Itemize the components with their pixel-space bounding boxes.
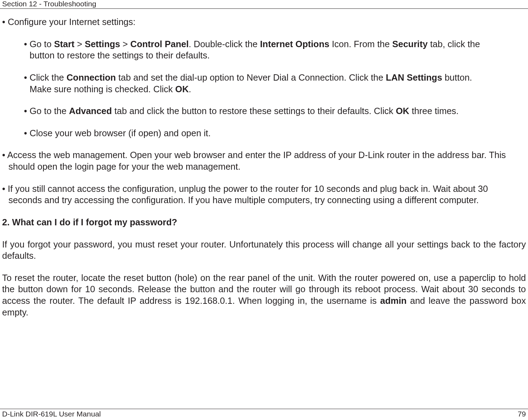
paragraph: To reset the router, locate the reset bu… bbox=[2, 272, 526, 318]
text: > bbox=[75, 39, 85, 49]
bullet-level1-cont: should open the login page for your the … bbox=[2, 161, 526, 173]
bold: OK bbox=[396, 106, 409, 116]
bullet-level2-cont: button to restore the settings to their … bbox=[2, 50, 526, 61]
bullet-level1-cont: seconds and try accessing the configurat… bbox=[2, 194, 526, 206]
text: . Double-click the bbox=[189, 39, 260, 49]
bold: LAN Settings bbox=[386, 73, 442, 82]
bullet-level2: • Click the Connection tab and set the d… bbox=[2, 72, 526, 83]
paragraph: If you forgot your password, you must re… bbox=[2, 239, 526, 262]
header-rule bbox=[0, 8, 528, 9]
text: > bbox=[120, 39, 130, 49]
footer-manual-name: D-Link DIR-619L User Manual bbox=[2, 409, 101, 419]
bold: Internet Options bbox=[260, 39, 329, 49]
bold: OK bbox=[175, 84, 189, 94]
bold: Settings bbox=[85, 39, 120, 49]
text: three times. bbox=[409, 106, 459, 116]
body-text: • Configure your Internet settings: • Go… bbox=[0, 16, 528, 393]
question-heading: 2. What can I do if I forgot my password… bbox=[2, 217, 526, 228]
page: Section 12 - Troubleshooting • Configure… bbox=[0, 0, 528, 420]
page-number: 79 bbox=[518, 409, 526, 419]
text: • Go to bbox=[24, 39, 54, 49]
text: Icon. From the bbox=[329, 39, 392, 49]
bullet-level2: • Close your web browser (if open) and o… bbox=[2, 127, 526, 139]
text: tab and click the button to restore thes… bbox=[112, 106, 396, 116]
text: tab, click the bbox=[428, 39, 480, 49]
bold: Advanced bbox=[69, 106, 112, 116]
text: tab and set the dial-up option to Never … bbox=[116, 73, 386, 82]
bullet-level1: • Configure your Internet settings: bbox=[2, 16, 526, 28]
bold: Security bbox=[392, 39, 428, 49]
text: • Click the bbox=[24, 73, 67, 82]
bold: Start bbox=[54, 39, 74, 49]
bold: Connection bbox=[67, 73, 116, 82]
bullet-level2: • Go to the Advanced tab and click the b… bbox=[2, 105, 526, 117]
bold: admin bbox=[380, 296, 407, 306]
bullet-level1: • Access the web management. Open your w… bbox=[2, 149, 526, 161]
footer-rule bbox=[0, 409, 528, 409]
text: . bbox=[189, 84, 191, 94]
text: button. bbox=[442, 73, 472, 82]
bold: Control Panel bbox=[130, 39, 189, 49]
section-header: Section 12 - Troubleshooting bbox=[2, 0, 96, 7]
text: • Go to the bbox=[24, 106, 69, 116]
bullet-level1: • If you still cannot access the configu… bbox=[2, 183, 526, 195]
bullet-level2: • Go to Start > Settings > Control Panel… bbox=[2, 38, 526, 50]
text: Make sure nothing is checked. Click bbox=[30, 84, 175, 94]
bullet-level2-cont: Make sure nothing is checked. Click OK. bbox=[2, 83, 526, 95]
